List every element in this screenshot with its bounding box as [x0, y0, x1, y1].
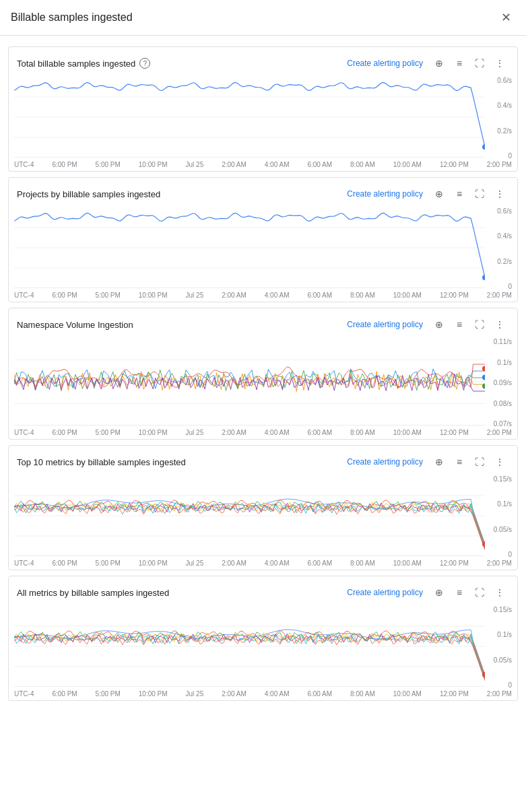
- legend-icon[interactable]: ≡: [450, 54, 469, 73]
- search-icon[interactable]: ⊕: [430, 54, 449, 73]
- legend-icon[interactable]: ≡: [450, 315, 469, 334]
- legend-icon[interactable]: ≡: [450, 184, 469, 203]
- create-alert-link-panel5[interactable]: Create alerting policy: [347, 588, 423, 597]
- fullscreen-icon[interactable]: ⛶: [470, 452, 489, 471]
- create-alert-link-panel3[interactable]: Create alerting policy: [347, 320, 423, 329]
- chart-title-panel5: All metrics by billable samples ingested: [17, 588, 169, 598]
- y-labels-panel4: 0.15/s0.1/s0.05/s0: [485, 475, 512, 558]
- y-labels-panel5: 0.15/s0.1/s0.05/s0: [485, 606, 512, 689]
- chart-title-panel1: Total billable samples ingested: [17, 59, 135, 69]
- legend-icon[interactable]: ≡: [450, 583, 469, 602]
- x-labels-panel5: UTC-46:00 PM5:00 PM10:00 PMJul 252:00 AM…: [9, 689, 517, 700]
- chart-panel-panel4: Top 10 metrics by billable samples inges…: [8, 445, 518, 570]
- chart-panel-panel5: All metrics by billable samples ingested…: [8, 576, 518, 701]
- chart-panel-panel1: Total billable samples ingested?Create a…: [8, 46, 518, 172]
- more-icon[interactable]: ⋮: [490, 452, 509, 471]
- search-icon[interactable]: ⊕: [430, 452, 449, 471]
- chart-panel-panel2: Projects by billable samples ingestedCre…: [8, 177, 518, 302]
- chart-title-panel2: Projects by billable samples ingested: [17, 189, 160, 199]
- chart-header-panel1: Total billable samples ingested?Create a…: [9, 47, 517, 77]
- fullscreen-icon[interactable]: ⛶: [470, 583, 489, 602]
- y-labels-panel2: 0.6/s0.4/s0.2/s0: [485, 207, 512, 290]
- chart-body-panel1: 0.6/s0.4/s0.2/s0: [9, 77, 517, 160]
- fullscreen-icon[interactable]: ⛶: [470, 54, 489, 73]
- dialog-title: Billable samples ingested: [11, 11, 133, 24]
- chart-title-panel3: Namespace Volume Ingestion: [17, 320, 133, 330]
- chart-title-panel4: Top 10 metrics by billable samples inges…: [17, 457, 186, 467]
- chart-panel-panel3: Namespace Volume IngestionCreate alertin…: [8, 308, 518, 440]
- dialog-container: Billable samples ingested ✕ Total billab…: [0, 0, 526, 712]
- dialog-header: Billable samples ingested ✕: [0, 0, 526, 36]
- x-labels-panel3: UTC-46:00 PM5:00 PM10:00 PMJul 252:00 AM…: [9, 428, 517, 439]
- chart-header-panel5: All metrics by billable samples ingested…: [9, 576, 517, 606]
- more-icon[interactable]: ⋮: [490, 583, 509, 602]
- x-labels-panel2: UTC-46:00 PM5:00 PM10:00 PMJul 252:00 AM…: [9, 290, 517, 302]
- search-icon[interactable]: ⊕: [430, 184, 449, 203]
- search-icon[interactable]: ⊕: [430, 583, 449, 602]
- chart-header-panel3: Namespace Volume IngestionCreate alertin…: [9, 308, 517, 338]
- create-alert-link-panel4[interactable]: Create alerting policy: [347, 457, 423, 467]
- create-alert-link-panel2[interactable]: Create alerting policy: [347, 189, 423, 199]
- more-icon[interactable]: ⋮: [490, 54, 509, 73]
- chart-body-panel3: 0.11/s0.1/s0.09/s0.08/s0.07/s: [9, 338, 517, 428]
- search-icon[interactable]: ⊕: [430, 315, 449, 334]
- chart-header-panel4: Top 10 metrics by billable samples inges…: [9, 446, 517, 475]
- chart-header-panel2: Projects by billable samples ingestedCre…: [9, 178, 517, 207]
- info-icon[interactable]: ?: [139, 58, 150, 69]
- y-labels-panel1: 0.6/s0.4/s0.2/s0: [485, 77, 512, 160]
- more-icon[interactable]: ⋮: [490, 315, 509, 334]
- fullscreen-icon[interactable]: ⛶: [470, 184, 489, 203]
- chart-body-panel2: 0.6/s0.4/s0.2/s0: [9, 207, 517, 290]
- close-button[interactable]: ✕: [496, 8, 515, 27]
- create-alert-link-panel1[interactable]: Create alerting policy: [347, 59, 423, 68]
- chart-body-panel4: 0.15/s0.1/s0.05/s0: [9, 475, 517, 558]
- content-area: Total billable samples ingested?Create a…: [0, 36, 526, 712]
- legend-icon[interactable]: ≡: [450, 452, 469, 471]
- y-labels-panel3: 0.11/s0.1/s0.09/s0.08/s0.07/s: [485, 338, 512, 428]
- more-icon[interactable]: ⋮: [490, 184, 509, 203]
- chart-body-panel5: 0.15/s0.1/s0.05/s0: [9, 606, 517, 689]
- x-labels-panel1: UTC-46:00 PM5:00 PM10:00 PMJul 252:00 AM…: [9, 160, 517, 171]
- fullscreen-icon[interactable]: ⛶: [470, 315, 489, 334]
- x-labels-panel4: UTC-46:00 PM5:00 PM10:00 PMJul 252:00 AM…: [9, 558, 517, 570]
